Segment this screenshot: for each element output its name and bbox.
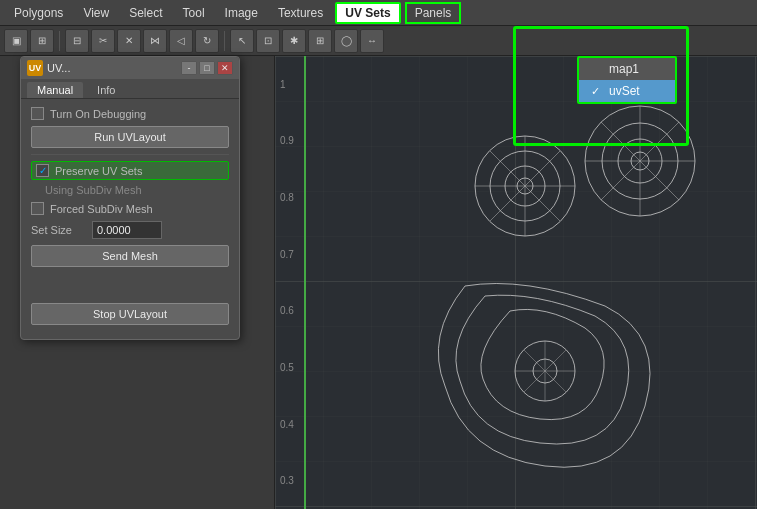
- grid-label-1: 1: [280, 79, 294, 90]
- tool-select[interactable]: ▣: [4, 29, 28, 53]
- menu-polygons[interactable]: Polygons: [6, 4, 71, 22]
- close-button[interactable]: ✕: [217, 61, 233, 75]
- run-uvlayout-button[interactable]: Run UVLayout: [31, 126, 229, 148]
- tool-pin[interactable]: ✱: [282, 29, 306, 53]
- uv-panel: UV UV... - □ ✕ Manual Info Turn On De: [0, 56, 275, 509]
- stop-uvlayout-button[interactable]: Stop UVLayout: [31, 303, 229, 325]
- send-mesh-button[interactable]: Send Mesh: [31, 245, 229, 267]
- tool-cut[interactable]: ✂: [91, 29, 115, 53]
- spacer: [31, 273, 229, 303]
- grid-label-04: 0.4: [280, 419, 294, 430]
- menu-image[interactable]: Image: [217, 4, 266, 22]
- menu-panels[interactable]: Panels: [405, 2, 462, 24]
- debug-label: Turn On Debugging: [50, 108, 146, 120]
- using-subdiv-row: Using SubDiv Mesh: [31, 184, 229, 196]
- debug-row: Turn On Debugging: [31, 107, 229, 120]
- uv-title-text: UV...: [47, 62, 70, 74]
- uv-tabs: Manual Info: [21, 79, 239, 99]
- tab-info[interactable]: Info: [87, 82, 125, 98]
- set-size-row: Set Size: [31, 221, 229, 239]
- uv-icon: UV: [27, 60, 43, 76]
- set-size-input[interactable]: [92, 221, 162, 239]
- debug-checkbox[interactable]: [31, 107, 44, 120]
- toolbar-separator-2: [224, 31, 225, 51]
- map1-label: map1: [609, 62, 639, 76]
- preserve-uv-row: Preserve UV Sets: [31, 161, 229, 180]
- uvsets-dropdown: map1 ✓ uvSet: [577, 56, 677, 104]
- tool-sew[interactable]: ✕: [117, 29, 141, 53]
- tool-unfold[interactable]: ⊡: [256, 29, 280, 53]
- tool-circle[interactable]: ◯: [334, 29, 358, 53]
- tool-move[interactable]: ⊞: [30, 29, 54, 53]
- divider-1: [31, 154, 229, 155]
- using-subdiv-label: Using SubDiv Mesh: [45, 184, 142, 196]
- uv-content: Turn On Debugging Run UVLayout Preserve …: [21, 99, 239, 339]
- tool-layout[interactable]: ⊟: [65, 29, 89, 53]
- forced-subdiv-checkbox[interactable]: [31, 202, 44, 215]
- grid-label-08: 0.8: [280, 192, 294, 203]
- grid-labels: 1 0.9 0.8 0.7 0.6 0.5 0.4 0.3: [280, 56, 294, 509]
- menu-bar: Polygons View Select Tool Image Textures…: [0, 0, 757, 26]
- menu-tool[interactable]: Tool: [175, 4, 213, 22]
- uv-window: UV UV... - □ ✕ Manual Info Turn On De: [20, 56, 240, 340]
- uvset-label: uvSet: [609, 84, 640, 98]
- menu-uvsets[interactable]: UV Sets: [335, 2, 400, 24]
- preserve-uv-checkbox[interactable]: [36, 164, 49, 177]
- grid-label-06: 0.6: [280, 305, 294, 316]
- uvsets-item-map1[interactable]: map1: [579, 58, 675, 80]
- uv-title-left: UV UV...: [27, 60, 70, 76]
- uvsets-item-uvset[interactable]: ✓ uvSet: [579, 80, 675, 102]
- uvset-checkmark: ✓: [591, 85, 603, 98]
- forced-subdiv-row: Forced SubDiv Mesh: [31, 202, 229, 215]
- grid-label-09: 0.9: [280, 135, 294, 146]
- grid-label-07: 0.7: [280, 249, 294, 260]
- menu-view[interactable]: View: [75, 4, 117, 22]
- grid-label-05: 0.5: [280, 362, 294, 373]
- set-size-label: Set Size: [31, 224, 86, 236]
- tool-rotate[interactable]: ↻: [195, 29, 219, 53]
- tool-relax[interactable]: ⊞: [308, 29, 332, 53]
- tab-manual[interactable]: Manual: [27, 82, 83, 98]
- minimize-button[interactable]: -: [181, 61, 197, 75]
- menu-select[interactable]: Select: [121, 4, 170, 22]
- tool-smear[interactable]: ⋈: [143, 29, 167, 53]
- uv-titlebar: UV UV... - □ ✕: [21, 57, 239, 79]
- uv-mesh-group-1: [475, 136, 575, 236]
- preserve-uv-label: Preserve UV Sets: [55, 165, 142, 177]
- grid-label-03: 0.3: [280, 475, 294, 486]
- maximize-button[interactable]: □: [199, 61, 215, 75]
- tool-arrow[interactable]: ↖: [230, 29, 254, 53]
- tool-sym[interactable]: ↔: [360, 29, 384, 53]
- menu-textures[interactable]: Textures: [270, 4, 331, 22]
- tool-flip[interactable]: ◁: [169, 29, 193, 53]
- toolbar-separator-1: [59, 31, 60, 51]
- titlebar-buttons: - □ ✕: [181, 61, 233, 75]
- forced-subdiv-label: Forced SubDiv Mesh: [50, 203, 153, 215]
